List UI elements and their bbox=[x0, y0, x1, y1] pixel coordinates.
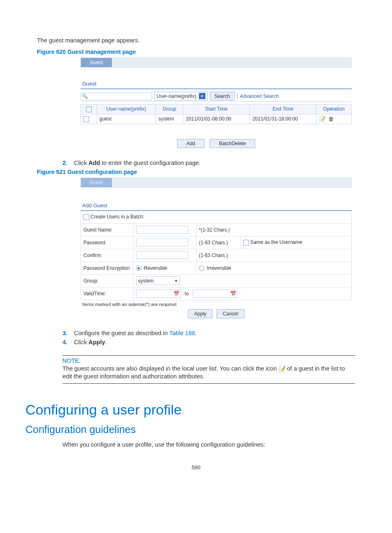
calendar-icon: 📅 bbox=[173, 291, 180, 297]
label-group: Group: bbox=[81, 274, 134, 287]
note-block: NOTE: The guest accounts are also displa… bbox=[62, 355, 355, 384]
table-188-link[interactable]: Table 188 bbox=[169, 330, 195, 336]
hint-guest-name: *(1-32 Chars.) bbox=[196, 223, 352, 236]
confirm-field[interactable] bbox=[136, 251, 188, 259]
cell-operation: 📝 🗑 bbox=[316, 114, 352, 124]
figure-620-caption: Figure 620 Guest management page bbox=[37, 49, 355, 55]
guest-form: Create Users in a Batch: Guest Name: *(1… bbox=[81, 210, 352, 300]
select-label: User-name(prefix) bbox=[157, 93, 196, 99]
chevron-down-icon: ▼ bbox=[174, 279, 178, 283]
cancel-button[interactable]: Cancel bbox=[217, 309, 244, 318]
label-validtime: ValidTime: bbox=[81, 287, 134, 300]
figure-620: Guest Guest 🔍 User-name(prefix) ▾ Search… bbox=[81, 58, 352, 148]
label-confirm: Confirm: bbox=[81, 249, 134, 262]
step-text-b: to enter the guest configuration page. bbox=[100, 160, 201, 166]
radio-irreversible[interactable] bbox=[199, 266, 204, 271]
validtime-end-field[interactable]: 📅 bbox=[193, 290, 238, 298]
step-text-b: . bbox=[105, 339, 107, 345]
radio-reversible-label: Reversible bbox=[144, 265, 167, 271]
hint-confirm: (1-63 Chars.) bbox=[196, 249, 352, 262]
chevron-down-icon: ▾ bbox=[199, 93, 205, 99]
intro-text: The guest management page appears. bbox=[37, 37, 355, 44]
radio-irreversible-label: Irreversible bbox=[207, 265, 231, 271]
col-end[interactable]: End Time bbox=[250, 104, 316, 114]
advanced-search-link[interactable]: Advanced Search bbox=[237, 93, 279, 99]
add-button[interactable]: Add bbox=[177, 139, 205, 148]
add-guest-heading: Add Guest bbox=[82, 202, 352, 209]
figure-621-caption: Figure 621 Guest configuration page bbox=[37, 169, 355, 175]
guideline-intro: When you configure a user profile, use t… bbox=[62, 441, 355, 448]
page-number: 590 bbox=[37, 464, 355, 470]
h1-configuring-user-profile: Configuring a user profile bbox=[25, 402, 355, 418]
step-3: 3. Configure the guest as described in T… bbox=[62, 330, 355, 336]
cell-group: system bbox=[156, 114, 183, 124]
cell-start: 2011/01/01-08:00:00 bbox=[183, 114, 250, 124]
tab-guest[interactable]: Guest bbox=[81, 178, 112, 187]
step-2: 2. Click Add to enter the guest configur… bbox=[62, 160, 355, 166]
required-note: Items marked with an asterisk(*) are req… bbox=[82, 302, 352, 307]
guest-name-field[interactable] bbox=[136, 226, 188, 234]
cell-end: 2011/01/31-18:00:00 bbox=[250, 114, 316, 124]
edit-icon[interactable]: 📝 bbox=[319, 116, 325, 122]
search-input[interactable]: 🔍 bbox=[81, 92, 152, 100]
step-number: 2. bbox=[62, 160, 74, 166]
step-text: Click bbox=[74, 339, 88, 345]
to-label: to bbox=[184, 291, 189, 297]
col-username[interactable]: User-name(prefix) bbox=[97, 104, 156, 114]
search-icon: 🔍 bbox=[82, 93, 88, 99]
cell-username: guest bbox=[97, 114, 156, 124]
search-field-select[interactable]: User-name(prefix) ▾ bbox=[154, 92, 208, 100]
password-field[interactable] bbox=[136, 239, 188, 246]
note-text-a: The guest accounts are also displayed in… bbox=[62, 365, 279, 372]
figure-621: Guest Add Guest Create Users in a Batch:… bbox=[81, 178, 352, 318]
batch-label: Create Users in a Batch: bbox=[90, 214, 144, 220]
step-4: 4. Click Apply. bbox=[62, 339, 355, 345]
search-button[interactable]: Search bbox=[210, 92, 235, 100]
step-text-b: . bbox=[195, 330, 197, 336]
row-checkbox[interactable] bbox=[83, 116, 89, 122]
note-label: NOTE: bbox=[62, 357, 355, 364]
tabbar: Guest bbox=[81, 178, 352, 188]
table-header: User-name(prefix) Group Start Time End T… bbox=[81, 104, 352, 114]
col-operation: Operation bbox=[316, 104, 352, 114]
col-group[interactable]: Group bbox=[156, 104, 183, 114]
step-bold: Add bbox=[88, 160, 100, 166]
step-number: 3. bbox=[62, 330, 74, 336]
label-password: Password: bbox=[81, 236, 134, 249]
step-text: Configure the guest as described in bbox=[74, 330, 169, 336]
edit-icon: 📝 bbox=[279, 366, 286, 372]
group-value: system bbox=[138, 278, 154, 284]
hint-password: (1-63 Chars.) bbox=[196, 236, 241, 249]
step-text: Click bbox=[74, 160, 88, 166]
same-as-username-label: Same as the Username bbox=[250, 239, 302, 245]
group-select[interactable]: system ▼ bbox=[136, 276, 180, 285]
batch-checkbox[interactable] bbox=[83, 214, 89, 220]
batch-delete-button[interactable]: BatchDelete bbox=[210, 139, 255, 148]
search-bar: 🔍 User-name(prefix) ▾ Search Advanced Se… bbox=[81, 92, 352, 102]
calendar-icon: 📅 bbox=[230, 291, 236, 297]
step-number: 4. bbox=[62, 339, 74, 345]
label-guest-name: Guest Name: bbox=[81, 223, 134, 236]
label-encryption: Password Encryption bbox=[81, 262, 134, 274]
same-as-username-checkbox[interactable] bbox=[243, 240, 249, 246]
table-row: guest system 2011/01/01-08:00:00 2011/01… bbox=[81, 114, 352, 124]
step-bold: Apply bbox=[88, 339, 105, 345]
section-label-guest: Guest bbox=[82, 81, 352, 87]
h2-configuration-guidelines: Configuration guidelines bbox=[25, 424, 355, 436]
guest-table: User-name(prefix) Group Start Time End T… bbox=[81, 104, 352, 124]
col-start[interactable]: Start Time bbox=[183, 104, 250, 114]
tabbar: Guest bbox=[81, 58, 352, 67]
delete-icon[interactable]: 🗑 bbox=[328, 116, 334, 122]
tab-guest[interactable]: Guest bbox=[81, 58, 112, 67]
apply-button[interactable]: Apply bbox=[188, 309, 212, 318]
validtime-start-field[interactable]: 📅 bbox=[136, 290, 181, 298]
select-all-checkbox[interactable] bbox=[86, 107, 92, 112]
radio-reversible[interactable] bbox=[136, 266, 141, 271]
